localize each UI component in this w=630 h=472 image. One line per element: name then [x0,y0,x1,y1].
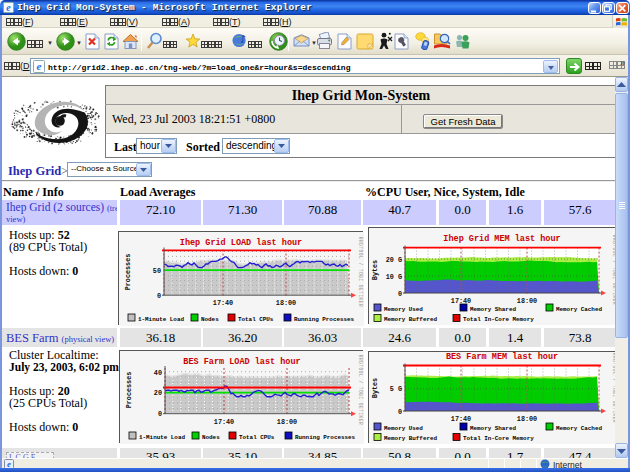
svg-text:e: e [37,60,42,72]
svg-text:18:00: 18:00 [276,299,296,307]
svg-text:Memory Used: Memory Used [384,306,423,313]
svg-text:Memory Shared: Memory Shared [470,425,516,432]
svg-text:Total CPUs: Total CPUs [239,434,275,441]
svg-text:Bytes: Bytes [371,260,379,280]
svg-text:0: 0 [157,292,161,300]
svg-text:Total In-Core Memory: Total In-Core Memory [463,316,534,323]
svg-text:0: 0 [398,290,402,298]
svg-text:Nodes: Nodes [201,316,219,323]
svg-text:40: 40 [154,369,162,377]
svg-text:Bytes: Bytes [371,378,379,398]
svg-text:50: 50 [153,267,161,275]
svg-text:0: 0 [158,410,162,418]
svg-text:Processes: Processes [124,254,132,291]
svg-text:18:00: 18:00 [517,415,537,423]
svg-text:20: 20 [154,389,162,397]
svg-text:Ihep Grid MEM last hour: Ihep Grid MEM last hour [443,234,560,244]
svg-text:0: 0 [398,408,402,416]
svg-text:RRDTOOL / TOBI OETIKER: RRDTOOL / TOBI OETIKER [358,355,363,425]
svg-text:Ihep Grid LOAD last hour: Ihep Grid LOAD last hour [180,238,302,248]
svg-text:17:40: 17:40 [213,299,233,307]
svg-text:Memory Used: Memory Used [384,425,423,432]
svg-text:5 G: 5 G [390,385,402,393]
svg-text:Nodes: Nodes [202,434,220,441]
svg-text:BES Farm MEM last hour: BES Farm MEM last hour [446,352,558,362]
svg-text:RRDTOOL / TOBI OETIKER: RRDTOOL / TOBI OETIKER [358,237,363,307]
svg-text:1-Minute Load: 1-Minute Load [139,434,185,441]
svg-text:Running Processes: Running Processes [295,434,356,441]
svg-text:17:40: 17:40 [451,415,471,423]
svg-text:Memory Buffered: Memory Buffered [384,435,437,442]
svg-text:17:40: 17:40 [214,418,234,426]
svg-text:18:00: 18:00 [517,297,537,305]
svg-text:Memory Cached: Memory Cached [556,306,602,313]
svg-text:Processes: Processes [125,372,133,409]
svg-text:e: e [6,2,11,13]
svg-text:Total In-Core Memory: Total In-Core Memory [463,435,534,442]
svg-text:10 G: 10 G [386,273,402,281]
svg-text:BES Farm LOAD last hour: BES Farm LOAD last hour [183,357,300,367]
svg-text:Memory Cached: Memory Cached [556,425,602,432]
svg-text:18:00: 18:00 [277,418,297,426]
svg-text:Total CPUs: Total CPUs [238,316,274,323]
svg-text:Running Processes: Running Processes [294,316,355,323]
svg-text:20 G: 20 G [386,256,402,264]
svg-text:Memory Buffered: Memory Buffered [384,316,437,323]
svg-text:Memory Shared: Memory Shared [470,306,516,313]
svg-text:1-Minute Load: 1-Minute Load [138,316,184,323]
